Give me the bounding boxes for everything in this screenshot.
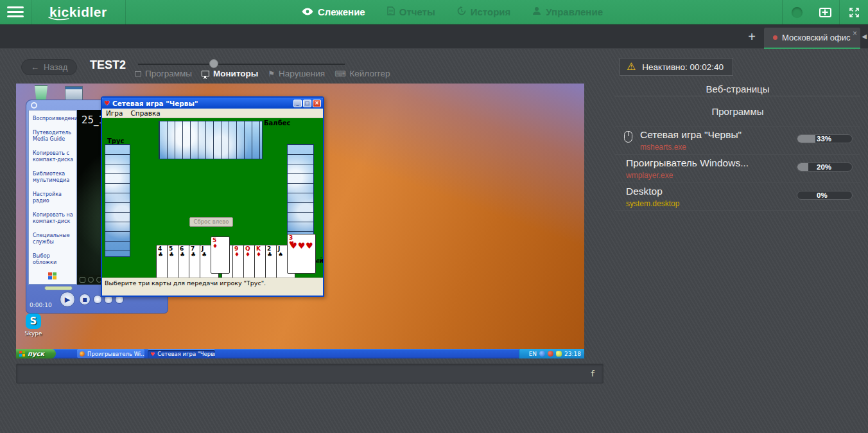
wmp-menu-item: Копировать с компакт-диска [29, 148, 76, 168]
viewer-tab-strip: + Московский офис × ◀ [0, 24, 868, 49]
report-icon [387, 6, 395, 17]
nav-item-tracking[interactable]: Слежение [302, 6, 365, 17]
program-name: Проигрыватель Windows... [626, 157, 749, 169]
tab-status-dot [773, 35, 777, 40]
xp-taskbar: пуск Проигрыватель Wi... ♥ Сетевая игра … [16, 349, 584, 358]
remote-desktop-view[interactable]: Корзина Screenshot Maker S Skype Воспрои… [16, 84, 584, 358]
hamburger-menu-icon[interactable] [0, 0, 31, 24]
vtab-label: Кейлоггер [349, 69, 390, 78]
new-window-icon[interactable] [811, 0, 839, 24]
vtab-label: Мониторы [213, 69, 258, 78]
zoom-slider-knob[interactable] [209, 59, 218, 68]
zoom-slider-track[interactable] [138, 64, 345, 65]
view-tabs: Программы Мониторы ⚑ Нарушения ⌨ Кейлогг… [135, 69, 390, 78]
wmp-seek-bar [44, 286, 73, 290]
windows-flag-icon [19, 351, 25, 357]
usage-bar: 33% [797, 134, 853, 143]
activity-panel: ⚠ Неактивно: 00:02:40 Веб-страницы Прогр… [615, 49, 860, 433]
tab-programs[interactable]: Программы [135, 69, 192, 78]
back-button[interactable]: ← Назад [21, 59, 77, 75]
icon-label: Skype [16, 330, 51, 337]
warning-icon: ⚠ [627, 62, 636, 72]
nav-label: Управление [546, 6, 603, 17]
wmp-menu-button [31, 102, 37, 109]
card-back-fan-top [159, 121, 263, 159]
wmp-menu-item: Выбор обложки [29, 251, 76, 271]
wmp-menu-item: Настройка радио [29, 189, 76, 209]
wmp-menu-item: Путеводитель Media Guide [29, 127, 76, 148]
vtab-label: Нарушения [279, 69, 325, 78]
programs-list: Сетевая игра "Червы" mshearts.exe 33% Пр… [615, 126, 860, 211]
hearts-game-window: ♥ Сетевая игра "Червы" _ □ × Игра Справк… [101, 96, 324, 297]
tab-moscow-office[interactable]: Московский офис × [764, 28, 860, 49]
person-icon [532, 6, 541, 17]
connection-status-dot [783, 0, 811, 24]
program-row-wmp[interactable]: Проигрыватель Windows... wmplayer.exe 20… [615, 154, 860, 182]
usage-bar: 0% [797, 191, 853, 200]
keylogger-text: f [590, 369, 595, 378]
program-row-hearts[interactable]: Сетевая игра "Червы" mshearts.exe 33% [615, 126, 860, 154]
wmp-menu-item: Копировать на компакт-диск [29, 209, 76, 230]
wmp-elapsed-time: 0:00:10 [30, 302, 52, 308]
nav-item-reports[interactable]: Отчеты [387, 6, 435, 17]
hearts-menu-bar: Игра Справка [102, 109, 323, 118]
keyboard-icon: ⌨ [334, 69, 345, 78]
eye-icon [302, 6, 313, 17]
process-name: mshearts.exe [640, 143, 686, 152]
flag-icon: ⚑ [268, 69, 275, 78]
hearts-title-bar: ♥ Сетевая игра "Червы" _ □ × [102, 98, 323, 109]
xp-system-tray: EN 23:18 [519, 349, 584, 358]
mouse-activity-icon [624, 131, 632, 143]
hearts-status-bar: Выберите три карты для передачи игроку "… [102, 278, 323, 288]
tray-wmp-icon [539, 351, 545, 357]
usage-percent: 33% [817, 135, 831, 143]
programs-header: Программы [615, 106, 860, 117]
usage-bar: 20% [797, 163, 853, 172]
top-navbar: kickidler Слежение Отчеты История Управл… [0, 0, 868, 24]
tab-scroll-left-icon[interactable]: ◀ [862, 33, 867, 40]
player-name-top: Балбес [264, 119, 290, 127]
menu-game: Игра [106, 109, 123, 117]
usage-fill [797, 163, 808, 171]
history-icon [457, 6, 466, 17]
monitor-icon [202, 71, 209, 76]
wmp-mini-button [80, 277, 85, 283]
tab-monitors[interactable]: Мониторы [202, 69, 258, 78]
minimize-button: _ [293, 100, 302, 107]
process-name: wmplayer.exe [626, 171, 673, 180]
player-hand: 4♣ 5♣ 6♣ 7♣ J♣ 5♦ 6♦ 9♦ Q♦ K♦ 2♣ J♠ 3♥ ♥… [156, 245, 316, 278]
usage-fill [797, 135, 815, 143]
nav-item-management[interactable]: Управление [532, 6, 603, 17]
wmp-play-button: ▶ [60, 292, 75, 307]
divider [615, 96, 860, 96]
navbar-tools [782, 0, 868, 24]
tab-label: Московский офис [782, 33, 851, 42]
process-name: system.desktop [626, 199, 679, 208]
keylogger-strip[interactable]: f [16, 364, 603, 384]
wmp-task-menu: Воспроизведение Путеводитель Media Guide… [28, 110, 77, 285]
inactivity-text: Неактивно: 00:02:40 [642, 62, 724, 72]
program-row-desktop[interactable]: Desktop system.desktop 0% [615, 182, 860, 211]
heart-icon: ♥ [150, 351, 155, 357]
tray-app-icon [556, 351, 562, 357]
hearts-game-area: Трус Балбес Бывалый Сброс влево 4♣ 5♣ 6♣… [102, 118, 323, 278]
tab-keylogger[interactable]: ⌨ Кейлоггер [334, 69, 390, 78]
wmp-prev-button [88, 277, 94, 283]
heart-icon: ♥ [104, 100, 110, 107]
tab-violations[interactable]: ⚑ Нарушения [268, 69, 325, 78]
xp-start-button: пуск [16, 349, 56, 358]
inactivity-badge: ⚠ Неактивно: 00:02:40 [620, 58, 733, 76]
menu-help: Справка [130, 109, 160, 117]
add-tab-button[interactable]: + [743, 28, 760, 45]
desktop-icon-skype: S Skype [16, 314, 51, 337]
tab-close-icon[interactable]: × [853, 29, 857, 38]
hearts-window-title: Сетевая игра "Червы" [112, 100, 292, 107]
nav-item-history[interactable]: История [457, 6, 511, 17]
logo-swoosh [48, 17, 74, 21]
employee-title: TEST2 [90, 58, 126, 72]
program-name: Сетевая игра "Червы" [640, 129, 742, 141]
usage-percent: 20% [817, 163, 831, 171]
taskbar-task-hearts: ♥ Сетевая игра "Червы" [148, 349, 215, 358]
fullscreen-icon[interactable] [840, 0, 868, 24]
usage-percent: 0% [817, 191, 828, 199]
